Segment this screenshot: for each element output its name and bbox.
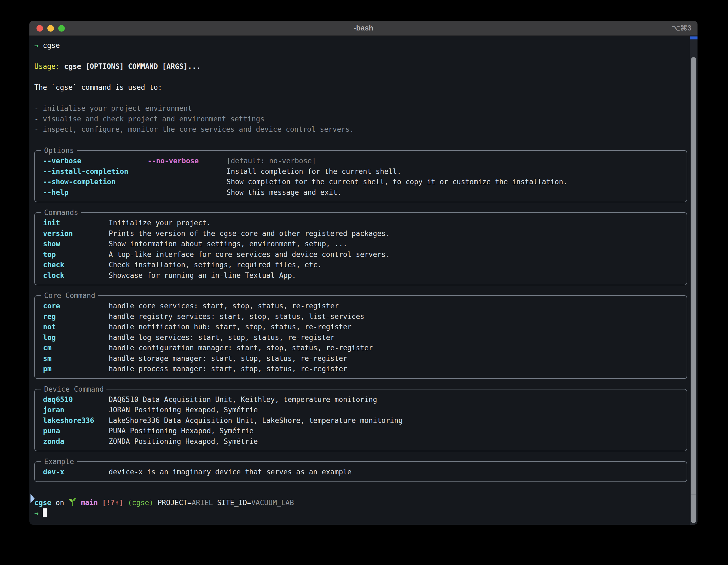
typed-command: cgse xyxy=(43,41,60,50)
command-name: --show-completion xyxy=(43,177,115,187)
command-name: --help xyxy=(43,187,69,198)
panel-row: versionPrints the version of the cgse-co… xyxy=(35,228,687,239)
command-description: A top-like interface for core services a… xyxy=(109,249,390,260)
command-description: device-x is an imaginary device that ser… xyxy=(109,467,351,477)
intro-line: The `cgse` command is used to: xyxy=(34,82,690,93)
desktop-background: -bash ⌥⌘3 → cgse Usage: cgse [OPTIONS] C… xyxy=(0,0,728,565)
command-name: daq6510 xyxy=(43,394,73,405)
prompt-arrow-icon: → xyxy=(34,509,39,517)
blank-line xyxy=(34,487,690,498)
intro-bullet: - inspect, configure, monitor the core s… xyxy=(34,124,690,135)
command-description: Check installation, settings, required f… xyxy=(109,260,322,270)
text-cursor xyxy=(43,508,47,517)
command-name: joran xyxy=(43,405,64,415)
panel-row: --helpShow this message and exit. xyxy=(35,187,687,198)
command-name: init xyxy=(43,218,60,228)
command-description: Show completion for the current shell, t… xyxy=(227,177,567,187)
command-name: clock xyxy=(43,270,64,281)
prompt-segment: [!?⇡] xyxy=(102,499,123,507)
command-description: Install completion for the current shell… xyxy=(227,166,401,177)
scrollbar-track[interactable] xyxy=(690,35,698,525)
panel-title: Example xyxy=(41,456,77,467)
command-name: top xyxy=(43,249,56,260)
prompt-segment xyxy=(98,499,102,507)
command-name: lakeshore336 xyxy=(43,415,94,426)
intro-bullet: - initialise your project environment xyxy=(34,103,690,114)
prompt-arrow-icon: → xyxy=(34,41,39,50)
terminal-content[interactable]: → cgse Usage: cgse [OPTIONS] COMMAND [AR… xyxy=(29,35,690,525)
panel-example: Exampledev-xdevice-x is an imaginary dev… xyxy=(34,461,687,482)
terminal-window: -bash ⌥⌘3 → cgse Usage: cgse [OPTIONS] C… xyxy=(29,21,698,525)
command-description: Showcase for running an in-line Textual … xyxy=(109,270,296,281)
scrollbar-thumb-divider xyxy=(691,494,696,495)
prompt-segment: ARIEL xyxy=(192,499,213,507)
command-name: not xyxy=(43,322,56,332)
panel-row: --verbose--no-verbose[default: no-verbos… xyxy=(35,156,687,166)
prompt-segment: cgse xyxy=(34,499,51,507)
command-description: handle core services: start, stop, statu… xyxy=(109,301,339,311)
command-name: cm xyxy=(43,343,51,353)
panel-title: Commands xyxy=(41,208,81,218)
command-name: check xyxy=(43,260,64,270)
command-description: handle configuration manager: start, sto… xyxy=(109,343,373,353)
window-shortcut-badge: ⌥⌘3 xyxy=(672,21,692,35)
command-name: version xyxy=(43,228,73,239)
command-description: Show information about settings, environ… xyxy=(109,239,347,249)
command-name: sm xyxy=(43,353,51,364)
prompt-segment: SITE_ID= xyxy=(213,499,251,507)
command-description: Prints the version of the cgse-core and … xyxy=(109,228,390,239)
panel-row: punaPUNA Positioning Hexapod, Symétrie xyxy=(35,426,687,436)
panel-row: daq6510DAQ6510 Data Acquisition Unit, Ke… xyxy=(35,394,687,405)
command-name: dev-x xyxy=(43,467,64,477)
prompt-segment: VACUUM_LAB xyxy=(251,499,294,507)
command-description: handle process manager: start, stop, sta… xyxy=(109,363,347,374)
command-name: reg xyxy=(43,311,56,322)
prompt-segment: (cgse) xyxy=(128,499,153,507)
panel-row: --show-completionShow completion for the… xyxy=(35,177,687,187)
command-description: [default: no-verbose] xyxy=(227,156,316,166)
panel-title: Device Command xyxy=(41,384,106,394)
panel-row: zondaZONDA Positioning Hexapod, Symétrie xyxy=(35,436,687,447)
command-name: puna xyxy=(43,426,60,436)
blank-line xyxy=(34,51,690,62)
intro-bullets: - initialise your project environment- v… xyxy=(34,103,690,135)
panel-row: smhandle storage manager: start, stop, s… xyxy=(35,353,687,364)
command-description: handle log services: start, stop, status… xyxy=(109,332,335,343)
panel-row: checkCheck installation, settings, requi… xyxy=(35,260,687,270)
panel-row: reghandle registry services: start, stop… xyxy=(35,311,687,322)
prompt-segment xyxy=(123,499,128,507)
panel-row: loghandle log services: start, stop, sta… xyxy=(35,332,687,343)
command-name: pm xyxy=(43,363,51,374)
panel-row: --install-completionInstall completion f… xyxy=(35,166,687,177)
titlebar[interactable]: -bash ⌥⌘3 xyxy=(29,21,698,36)
prompt-segment: PROJECT= xyxy=(153,499,192,507)
prompt-segment: on xyxy=(51,499,69,507)
panel-row: lakeshore336LakeShore336 Data Acquisitio… xyxy=(35,415,687,426)
panel-row: dev-xdevice-x is an imaginary device tha… xyxy=(35,467,687,477)
seedling-icon xyxy=(68,497,77,506)
blank-gap xyxy=(34,482,690,487)
command-description: JORAN Positioning Hexapod, Symétrie xyxy=(109,405,258,415)
scrollbar-thumb[interactable] xyxy=(691,57,696,523)
panel-row: corehandle core services: start, stop, s… xyxy=(35,301,687,311)
command-description: ZONDA Positioning Hexapod, Symétrie xyxy=(109,436,258,447)
panel-row: showShow information about settings, env… xyxy=(35,239,687,249)
command-name: --install-completion xyxy=(43,166,128,177)
command-description: Initialize your project. xyxy=(109,218,211,228)
command-description: handle notification hub: start, stop, st… xyxy=(109,322,351,332)
prompt-segment: main xyxy=(81,499,98,507)
shell-prompt-line: cgse on main [!?⇡] (cgse) PROJECT=ARIEL … xyxy=(34,497,690,508)
panel-device-command: Device Commanddaq6510DAQ6510 Data Acquis… xyxy=(34,389,687,451)
panel-commands: CommandsinitInitialize your project.vers… xyxy=(34,212,687,285)
panel-row: joranJORAN Positioning Hexapod, Symétrie xyxy=(35,405,687,415)
command-description: handle storage manager: start, stop, sta… xyxy=(109,353,347,364)
panel-row: topA top-like interface for core service… xyxy=(35,249,687,260)
command-description: handle registry services: start, stop, s… xyxy=(109,311,364,322)
panel-row: initInitialize your project. xyxy=(35,218,687,228)
scrollbar-top-mark xyxy=(690,36,698,39)
panel-options: Options--verbose--no-verbose[default: no… xyxy=(34,150,687,202)
blank-line xyxy=(34,135,690,145)
command-name: zonda xyxy=(43,436,64,447)
intro-bullet: - visualise and check project and enviro… xyxy=(34,114,690,124)
usage-line: Usage: cgse [OPTIONS] COMMAND [ARGS]... xyxy=(34,61,690,72)
